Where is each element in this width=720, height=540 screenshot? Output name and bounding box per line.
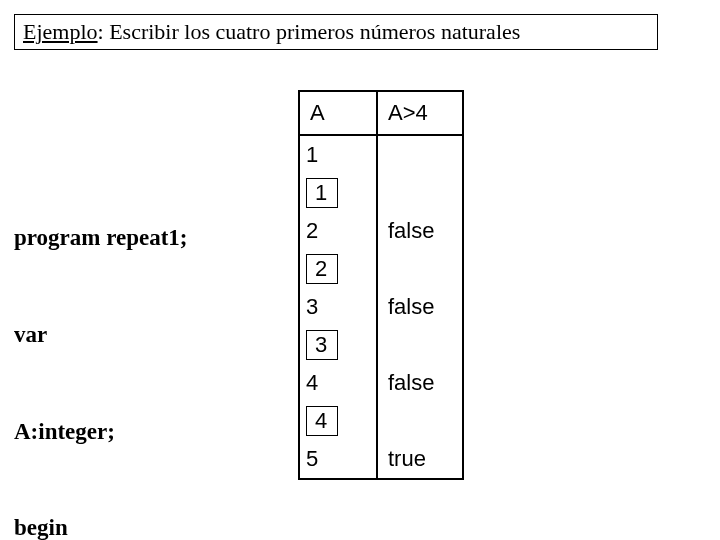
- col-header-a: A: [299, 91, 377, 135]
- boxed-value: 3: [306, 330, 338, 361]
- code-line: begin: [14, 512, 188, 540]
- table-row: 4: [299, 402, 463, 440]
- table-row: 2false: [299, 212, 463, 250]
- trace-table: A A>4 112false23false34false45true: [298, 90, 464, 480]
- cell-b: [377, 250, 463, 288]
- code-line: program repeat1;: [14, 222, 188, 254]
- cell-b: [377, 326, 463, 364]
- code-line: A:integer;: [14, 416, 188, 448]
- boxed-value: 4: [306, 406, 338, 437]
- cell-a: 4: [299, 364, 377, 402]
- code-line: var: [14, 319, 188, 351]
- cell-b: [377, 174, 463, 212]
- table-row: 4false: [299, 364, 463, 402]
- cell-a: 5: [299, 440, 377, 479]
- example-text: : Escribir los cuatro primeros números n…: [98, 19, 521, 44]
- table-row: 3false: [299, 288, 463, 326]
- cell-a: 2: [299, 212, 377, 250]
- cell-a: 4: [299, 402, 377, 440]
- cell-b: false: [377, 288, 463, 326]
- boxed-value: 1: [306, 178, 338, 209]
- code-block: program repeat1; var A:integer; begin A:…: [14, 158, 188, 540]
- table-row: 5true: [299, 440, 463, 479]
- table-row: 2: [299, 250, 463, 288]
- col-header-b: A>4: [377, 91, 463, 135]
- table-row: 3: [299, 326, 463, 364]
- example-title: Ejemplo: Escribir los cuatro primeros nú…: [14, 14, 658, 50]
- example-label: Ejemplo: [23, 19, 98, 44]
- cell-b: [377, 402, 463, 440]
- cell-a: 2: [299, 250, 377, 288]
- cell-a: 1: [299, 174, 377, 212]
- cell-a: 3: [299, 326, 377, 364]
- cell-b: true: [377, 440, 463, 479]
- table-header-row: A A>4: [299, 91, 463, 135]
- cell-a: 3: [299, 288, 377, 326]
- table-row: 1: [299, 174, 463, 212]
- cell-b: false: [377, 364, 463, 402]
- boxed-value: 2: [306, 254, 338, 285]
- table-row: 1: [299, 135, 463, 174]
- cell-b: false: [377, 212, 463, 250]
- cell-b: [377, 135, 463, 174]
- cell-a: 1: [299, 135, 377, 174]
